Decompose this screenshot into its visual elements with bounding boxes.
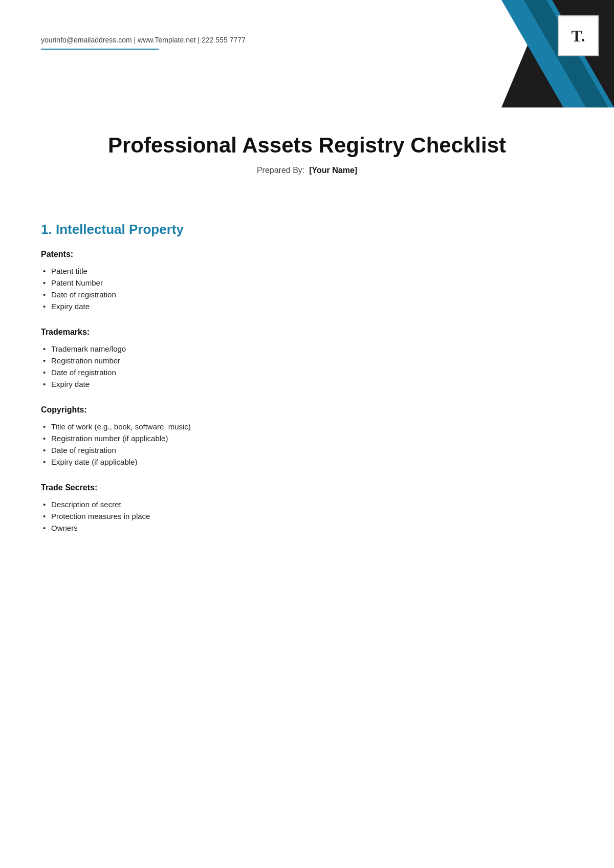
subsection-trademarks: Trademarks: Trademark name/logo Registra… bbox=[41, 328, 573, 390]
contact-info: yourinfo@emailaddress.com | www.Template… bbox=[41, 36, 246, 44]
list-item: Protection measures in place bbox=[41, 510, 573, 522]
list-item: Description of secret bbox=[41, 498, 573, 510]
subsection-trade-secrets-title: Trade Secrets: bbox=[41, 483, 573, 492]
title-section: Professional Assets Registry Checklist P… bbox=[0, 113, 614, 190]
corner-decoration: T. bbox=[501, 0, 614, 107]
subsection-copyrights: Copyrights: Title of work (e.g., book, s… bbox=[41, 405, 573, 468]
trademarks-list: Trademark name/logo Registration number … bbox=[41, 343, 573, 390]
logo-box: T. bbox=[558, 15, 599, 56]
subsection-patents-title: Patents: bbox=[41, 250, 573, 259]
list-item: Expiry date bbox=[41, 378, 573, 390]
header-underline bbox=[41, 49, 159, 50]
list-item: Registration number bbox=[41, 355, 573, 366]
section-intellectual-property: 1. Intellectual Property Patents: Patent… bbox=[41, 222, 573, 534]
subsection-trademarks-title: Trademarks: bbox=[41, 328, 573, 337]
list-item: Expiry date (if applicable) bbox=[41, 456, 573, 468]
trade-secrets-list: Description of secret Protection measure… bbox=[41, 498, 573, 534]
list-item: Date of registration bbox=[41, 289, 573, 300]
subsection-copyrights-title: Copyrights: bbox=[41, 405, 573, 415]
list-item: Title of work (e.g., book, software, mus… bbox=[41, 421, 573, 432]
prepared-by-label: Prepared By: bbox=[257, 166, 304, 175]
list-item: Date of registration bbox=[41, 444, 573, 456]
list-item: Registration number (if applicable) bbox=[41, 432, 573, 444]
list-item: Patent title bbox=[41, 265, 573, 277]
section-divider bbox=[41, 206, 573, 206]
list-item: Date of registration bbox=[41, 366, 573, 378]
list-item: Owners bbox=[41, 522, 573, 534]
subsection-trade-secrets: Trade Secrets: Description of secret Pro… bbox=[41, 483, 573, 534]
subsection-patents: Patents: Patent title Patent Number Date… bbox=[41, 250, 573, 312]
list-item: Patent Number bbox=[41, 277, 573, 289]
prepared-by-value: [Your Name] bbox=[309, 166, 357, 175]
prepared-by-line: Prepared By: [Your Name] bbox=[41, 166, 573, 175]
main-title: Professional Assets Registry Checklist bbox=[41, 133, 573, 158]
content-area: 1. Intellectual Property Patents: Patent… bbox=[0, 222, 614, 580]
list-item: Expiry date bbox=[41, 300, 573, 312]
header: yourinfo@emailaddress.com | www.Template… bbox=[0, 0, 614, 113]
list-item: Trademark name/logo bbox=[41, 343, 573, 355]
copyrights-list: Title of work (e.g., book, software, mus… bbox=[41, 421, 573, 468]
logo-letter: T. bbox=[572, 27, 585, 46]
patents-list: Patent title Patent Number Date of regis… bbox=[41, 265, 573, 312]
section-1-title: 1. Intellectual Property bbox=[41, 222, 573, 237]
